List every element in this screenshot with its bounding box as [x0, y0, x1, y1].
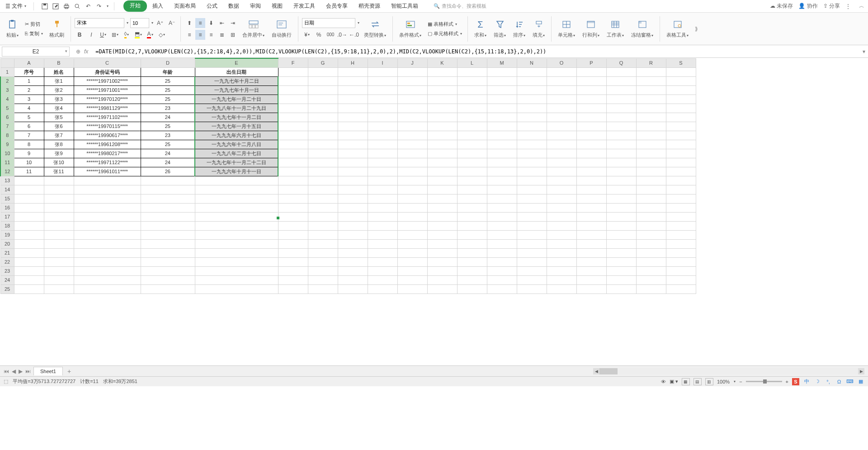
- cell[interactable]: [547, 176, 576, 185]
- cell[interactable]: [666, 76, 696, 85]
- cell[interactable]: [636, 212, 666, 221]
- cell[interactable]: [487, 203, 517, 212]
- cell[interactable]: [397, 230, 427, 239]
- cell[interactable]: [576, 266, 606, 275]
- decrease-decimal-icon[interactable]: ←.0: [349, 30, 359, 40]
- cell[interactable]: [636, 248, 666, 257]
- cell[interactable]: [636, 149, 666, 158]
- cell[interactable]: [338, 203, 368, 212]
- cell[interactable]: [427, 95, 457, 104]
- cell[interactable]: [427, 122, 457, 131]
- cell[interactable]: [547, 113, 576, 122]
- cell-E1[interactable]: 出生日期: [195, 67, 278, 76]
- cell[interactable]: [74, 203, 141, 212]
- cell[interactable]: [308, 275, 338, 284]
- cell[interactable]: [547, 149, 576, 158]
- cell[interactable]: [606, 95, 636, 104]
- cell-B10[interactable]: 张9: [44, 149, 74, 158]
- cell[interactable]: [606, 212, 636, 221]
- row-header-6[interactable]: 6: [0, 113, 14, 122]
- cell[interactable]: [44, 257, 74, 266]
- cell[interactable]: [427, 113, 457, 122]
- cell[interactable]: [427, 275, 457, 284]
- cell[interactable]: [338, 257, 368, 266]
- cell[interactable]: [547, 248, 576, 257]
- cell[interactable]: [278, 67, 308, 76]
- cell[interactable]: [427, 131, 457, 140]
- cell[interactable]: [606, 104, 636, 113]
- cell[interactable]: [427, 212, 457, 221]
- cell[interactable]: [517, 95, 547, 104]
- cell[interactable]: [338, 140, 368, 149]
- number-format-select[interactable]: [302, 18, 355, 28]
- cell[interactable]: [576, 176, 606, 185]
- cell[interactable]: [397, 140, 427, 149]
- cell[interactable]: [427, 194, 457, 203]
- cell[interactable]: [547, 167, 576, 176]
- goto-icon[interactable]: ⊕: [76, 48, 80, 55]
- cell[interactable]: [457, 95, 487, 104]
- cell[interactable]: [576, 239, 606, 248]
- col-header-M[interactable]: M: [487, 58, 517, 67]
- cell[interactable]: [397, 158, 427, 167]
- cell[interactable]: [576, 113, 606, 122]
- collapse-ribbon-icon[interactable]: ︿: [859, 2, 864, 10]
- cell[interactable]: [195, 275, 278, 284]
- col-header-S[interactable]: S: [666, 58, 696, 67]
- cell[interactable]: [576, 76, 606, 85]
- cell-A3[interactable]: 2: [14, 85, 44, 95]
- cell[interactable]: [666, 104, 696, 113]
- cell[interactable]: [636, 221, 666, 230]
- cell[interactable]: [666, 203, 696, 212]
- row-header-9[interactable]: 9: [0, 140, 14, 149]
- cell[interactable]: [487, 158, 517, 167]
- align-middle-icon[interactable]: ≡: [195, 18, 205, 28]
- formula-input[interactable]: [93, 47, 860, 57]
- cell[interactable]: [666, 158, 696, 167]
- layout-icon[interactable]: ▣ ▾: [670, 379, 678, 384]
- cell[interactable]: [308, 149, 338, 158]
- cell[interactable]: [368, 221, 397, 230]
- cell[interactable]: [606, 248, 636, 257]
- cell[interactable]: [397, 149, 427, 158]
- cell[interactable]: [517, 257, 547, 266]
- cell-B1[interactable]: 姓名: [44, 67, 74, 76]
- cell-A10[interactable]: 9: [14, 149, 44, 158]
- cell[interactable]: [547, 257, 576, 266]
- cell[interactable]: [338, 67, 368, 76]
- tab-member[interactable]: 会员专享: [321, 0, 353, 12]
- cell[interactable]: [338, 76, 368, 85]
- cell-A8[interactable]: 7: [14, 131, 44, 140]
- cell[interactable]: [547, 95, 576, 104]
- cell[interactable]: [457, 149, 487, 158]
- col-header-E[interactable]: E: [195, 58, 278, 67]
- justify-icon[interactable]: ≣: [217, 30, 227, 40]
- cell[interactable]: [427, 85, 457, 95]
- cell[interactable]: [397, 122, 427, 131]
- cell[interactable]: [457, 194, 487, 203]
- sheet-next-icon[interactable]: ▶: [19, 368, 23, 374]
- cell[interactable]: [278, 194, 308, 203]
- cell[interactable]: [14, 221, 44, 230]
- cell[interactable]: [636, 167, 666, 176]
- cell[interactable]: [457, 248, 487, 257]
- align-left-icon[interactable]: ≡: [184, 30, 194, 40]
- cell[interactable]: [517, 239, 547, 248]
- cell[interactable]: [606, 167, 636, 176]
- cell[interactable]: [457, 221, 487, 230]
- cell[interactable]: [308, 67, 338, 76]
- cell-A7[interactable]: 6: [14, 122, 44, 131]
- zoom-in-icon[interactable]: +: [786, 379, 788, 384]
- row-header-11[interactable]: 11: [0, 158, 14, 167]
- cell[interactable]: [427, 67, 457, 76]
- cell[interactable]: [576, 221, 606, 230]
- cell[interactable]: [427, 76, 457, 85]
- cell[interactable]: [141, 257, 195, 266]
- cell[interactable]: [547, 104, 576, 113]
- cell[interactable]: [195, 194, 278, 203]
- col-header-C[interactable]: C: [74, 58, 141, 67]
- cell[interactable]: [338, 113, 368, 122]
- cell[interactable]: [427, 221, 457, 230]
- cell-E9[interactable]: 一九九六年十二月八日: [195, 140, 278, 149]
- cell[interactable]: [457, 230, 487, 239]
